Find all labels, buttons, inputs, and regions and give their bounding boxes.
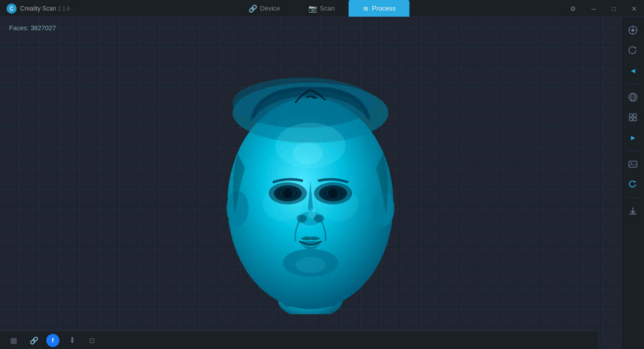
sidebar-divider-3 xyxy=(626,197,640,198)
svg-rect-37 xyxy=(629,114,632,117)
sidebar-divider-2 xyxy=(626,151,640,151)
image-icon xyxy=(628,159,638,169)
titlebar: C Creality Scan 2.1.6 🔗 Device 📷 Scan ≋ … xyxy=(0,0,644,17)
merge-button[interactable] xyxy=(624,108,642,126)
image-button[interactable] xyxy=(624,155,642,173)
facebook-button[interactable]: f xyxy=(46,334,59,347)
collapse-button[interactable]: ◀ xyxy=(624,61,642,80)
svg-point-25 xyxy=(293,142,323,164)
faces-label: Faces: 3827027 xyxy=(9,24,56,32)
svg-point-28 xyxy=(631,29,634,32)
tab-process[interactable]: ≋ Process xyxy=(349,0,410,17)
close-button[interactable]: ✕ xyxy=(624,0,644,17)
merge-icon xyxy=(628,112,638,122)
rotate-tool-button[interactable] xyxy=(624,41,642,59)
window-controls: ⚙ ─ □ ✕ xyxy=(565,0,644,17)
process-icon: ≋ xyxy=(363,5,369,13)
tab-scan[interactable]: 📷 Scan xyxy=(294,0,349,17)
nav-tabs: 🔗 Device 📷 Scan ≋ Process xyxy=(234,0,410,17)
main-content: Faces: 3827027 xyxy=(0,17,644,349)
viewport[interactable]: Faces: 3827027 xyxy=(0,17,621,349)
svg-rect-39 xyxy=(629,118,632,121)
expand-button[interactable]: ⊡ xyxy=(85,334,100,347)
download-sidebar-button[interactable] xyxy=(624,202,642,220)
grab-icon xyxy=(628,25,638,35)
tab-device[interactable]: 🔗 Device xyxy=(234,0,294,17)
svg-rect-38 xyxy=(633,114,636,117)
refresh-icon xyxy=(628,179,638,189)
texture-button[interactable] xyxy=(624,88,642,106)
link-button[interactable]: 🔗 xyxy=(26,334,41,347)
minimize-button[interactable]: ─ xyxy=(584,0,604,17)
right-sidebar: ◀ ▶ xyxy=(621,17,644,349)
grid-view-button[interactable]: ▦ xyxy=(6,334,21,347)
svg-point-42 xyxy=(630,163,632,164)
svg-point-22 xyxy=(295,257,326,273)
svg-text:C: C xyxy=(10,6,13,12)
svg-rect-40 xyxy=(633,118,636,121)
svg-point-14 xyxy=(283,189,293,198)
expand2-button[interactable]: ▶ xyxy=(624,128,642,147)
app-logo: C xyxy=(6,3,17,14)
rotate-icon xyxy=(628,45,638,55)
maximize-button[interactable]: □ xyxy=(604,0,624,17)
download-bottom-button[interactable]: ⬇ xyxy=(64,334,79,347)
app-name: Creality Scan 2.1.6 xyxy=(20,5,70,12)
grab-tool-button[interactable] xyxy=(624,21,642,39)
refresh-button[interactable] xyxy=(624,175,642,193)
head-model xyxy=(210,52,411,314)
settings-button[interactable]: ⚙ xyxy=(565,0,582,17)
scan-icon: 📷 xyxy=(308,5,317,13)
app-logo-area: C Creality Scan 2.1.6 xyxy=(0,3,76,14)
svg-point-26 xyxy=(308,208,316,219)
svg-rect-41 xyxy=(629,161,637,167)
svg-point-19 xyxy=(297,215,307,223)
texture-icon xyxy=(628,92,638,102)
device-icon: 🔗 xyxy=(249,5,257,13)
download-icon xyxy=(628,206,638,216)
bottom-toolbar: ▦ 🔗 f ⬇ ⊡ xyxy=(0,331,598,349)
sidebar-divider-1 xyxy=(626,84,640,84)
svg-point-17 xyxy=(328,189,338,198)
